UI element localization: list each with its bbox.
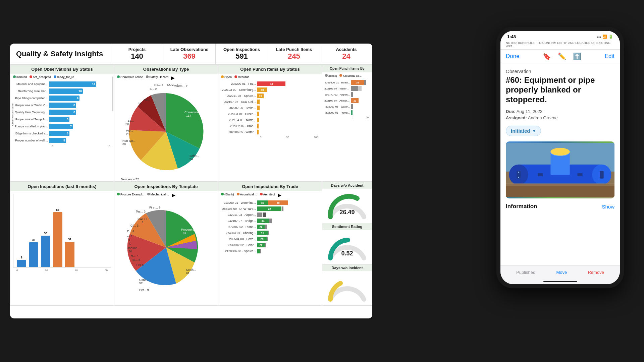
panel-insp-template: Open Inspections By Template Procore Exa…: [114, 182, 218, 306]
panel-insp-trade-title: Open Inspections By Trade: [218, 182, 322, 191]
phone-nav-icons: 🔖 ✏️ ⬆️: [543, 52, 581, 60]
panel-obs-type-title: Observations By Type: [114, 65, 218, 74]
insp-template-pie: Procore Example... 81 Mech... 61 Conc...…: [119, 200, 213, 294]
svg-text:Ha...: Ha...: [144, 98, 150, 101]
done-button[interactable]: Done: [506, 53, 520, 60]
phone-nav-bar[interactable]: Done 🔖 ✏️ ⬆️ Edit: [500, 50, 620, 63]
phone-status-icons: ▪▪▪ 📶 🔋: [597, 35, 613, 39]
panel-punch-trade-legend: (Blank) Acoustical Ce...: [322, 72, 372, 79]
punch-status-bars: 202200-01 - I-81...84 202103-09 - Greenb…: [218, 80, 322, 140]
svg-text:1: 1: [142, 221, 144, 224]
stat-late-punch-value: 245: [273, 52, 315, 61]
svg-text:Tes... 3: Tes... 3: [136, 210, 146, 213]
show-button[interactable]: Show: [602, 204, 614, 209]
accident-gauge-svg: 26.49: [325, 190, 369, 220]
chevron-down-icon: ▼: [532, 129, 536, 133]
gauge-incident: Days w/o Incident: [322, 264, 372, 305]
svg-text:38: 38: [122, 142, 126, 146]
svg-point-52: [518, 172, 519, 173]
stat-open-insp-label: Open Inspections: [220, 47, 263, 52]
svg-text:Si... 8: Si... 8: [132, 258, 140, 261]
obs-due: Due: Aug 11, 2023: [506, 109, 614, 114]
status-badge[interactable]: Initiated ▼: [506, 126, 541, 136]
remove-action[interactable]: Remove: [588, 270, 604, 275]
panel-obs-status-legend: initiated not_accepted ready_for_re...: [10, 74, 114, 80]
move-action[interactable]: Move: [556, 270, 567, 275]
svg-text:S... 9: S... 9: [150, 87, 157, 90]
svg-text:117: 117: [186, 114, 191, 117]
phone-content: Observation #60: Equipment or pipe prope…: [500, 63, 620, 265]
svg-text:26.49: 26.49: [339, 209, 355, 216]
bookmark-icon[interactable]: 🔖: [543, 52, 551, 60]
obs-image: [506, 141, 614, 198]
svg-text:Storm... 2: Storm... 2: [174, 84, 187, 88]
dashboard: Quality & Safety Insights Projects 140 L…: [10, 44, 372, 318]
panel-insp-template-title: Open Inspections By Template: [114, 182, 218, 191]
svg-text:Sa...: Sa...: [127, 119, 134, 122]
stat-open-insp: Open Inspections 591: [215, 44, 268, 64]
stat-accidents-value: 24: [325, 52, 368, 61]
svg-text:Fire ... 2: Fire ... 2: [149, 206, 160, 209]
stat-late-punch-label: Late Punch Items: [273, 47, 315, 52]
panel-insp-trade: Open Inspections By Trade (Blank) Acoust…: [218, 182, 322, 306]
svg-text:Ne... 8: Ne... 8: [154, 83, 163, 86]
panel-gauges: Days w/o Accident 26.49 Sentiment Rating: [322, 182, 372, 306]
svg-text:Corrective Ac...: Corrective Ac...: [184, 111, 205, 114]
stat-open-insp-value: 591: [220, 52, 263, 61]
svg-text:... 4: ... 4: [127, 234, 132, 237]
status-badge-label: Initiated: [511, 128, 530, 134]
svg-text:12: 12: [138, 101, 142, 105]
gauge-incident-title: Days w/o Incident: [322, 264, 372, 271]
open-insp-chart: 9 30 38 66 3: [10, 191, 114, 305]
panel-open-insp-title: Open Inspections (last 6 months): [10, 182, 114, 191]
incident-gauge-svg: [325, 273, 369, 303]
panel-obs-by-type: Observations By Type Corrective Action S…: [114, 64, 218, 182]
svg-point-53: [518, 177, 519, 178]
share-icon[interactable]: ⬆️: [573, 52, 581, 60]
svg-text:20: 20: [125, 122, 129, 126]
svg-text:R... 7: R... 7: [131, 254, 138, 257]
punch-trade-bars: 2059920-01 - Road... 38 302103-04 - Wate…: [322, 79, 372, 120]
stat-accidents-label: Accidents: [325, 47, 368, 52]
svg-text:Procore Example...: Procore Example...: [181, 228, 207, 231]
panel-open-obs-status: Open Observations By Status initiated no…: [10, 64, 114, 182]
phone-container: 1:48 ▪▪▪ 📶 🔋 NOTES: BOREHOLE - TO CONFIR…: [496, 27, 624, 288]
svg-text:Safet...: Safet...: [190, 154, 199, 158]
panel-punch-status: Open Punch Items By Status Open Overdue …: [218, 64, 322, 182]
gauge-accident: Days w/o Accident 26.49: [322, 182, 372, 223]
published-action[interactable]: Published: [516, 270, 535, 275]
dashboard-title: Quality & Safety Insights: [10, 44, 111, 64]
svg-text:E... 4: E... 4: [127, 230, 134, 233]
svg-text:Non-Co...: Non-Co...: [122, 139, 136, 142]
panel-punch-trade: Open Punch Items By (Blank) Acoustical C…: [322, 64, 372, 182]
header-stats: Projects 140 Late Observations 369 Open …: [111, 44, 372, 64]
observation-label: Observation: [506, 69, 614, 74]
phone-status-bar: 1:48 ▪▪▪ 📶 🔋: [500, 31, 620, 41]
panel-insp-trade-legend: (Blank) Acoustical ... Architect ▶: [218, 191, 322, 199]
svg-text:0.52: 0.52: [341, 250, 353, 257]
gauge-sentiment: Sentiment Rating 0.52: [322, 223, 372, 264]
stat-projects-label: Projects: [116, 47, 158, 52]
svg-rect-55: [538, 173, 543, 177]
edit-button[interactable]: Edit: [605, 53, 614, 60]
svg-text:5: 5: [128, 238, 130, 241]
svg-text:Foo 8: Foo 8: [136, 263, 144, 266]
phone-notes-bar: NOTES: BOREHOLE - TO CONFIRM DEPTH AND L…: [500, 41, 620, 50]
wifi-icon: 📶: [602, 35, 607, 39]
compose-icon[interactable]: ✏️: [558, 52, 566, 60]
svg-rect-56: [577, 173, 582, 177]
info-row: Information Show: [506, 203, 614, 210]
svg-text:Wo...: Wo...: [126, 129, 133, 132]
svg-text:Jobsite ...: Jobsite ...: [127, 246, 141, 250]
obs-status-bar-chart: Observation Name Material and equipme...…: [10, 80, 114, 149]
stat-late-obs: Late Observations 369: [163, 44, 215, 64]
svg-rect-58: [506, 183, 614, 186]
svg-text:Deficiency 52: Deficiency 52: [121, 178, 139, 180]
svg-text:5: 5: [129, 242, 131, 246]
stat-late-obs-label: Late Observations: [168, 47, 211, 52]
sentiment-gauge-svg: 0.52: [325, 231, 369, 261]
svg-text:81: 81: [183, 231, 186, 235]
phone-home-indicator: [500, 279, 620, 284]
svg-text:Per... 9: Per... 9: [139, 288, 149, 292]
battery-icon: 🔋: [608, 35, 613, 39]
